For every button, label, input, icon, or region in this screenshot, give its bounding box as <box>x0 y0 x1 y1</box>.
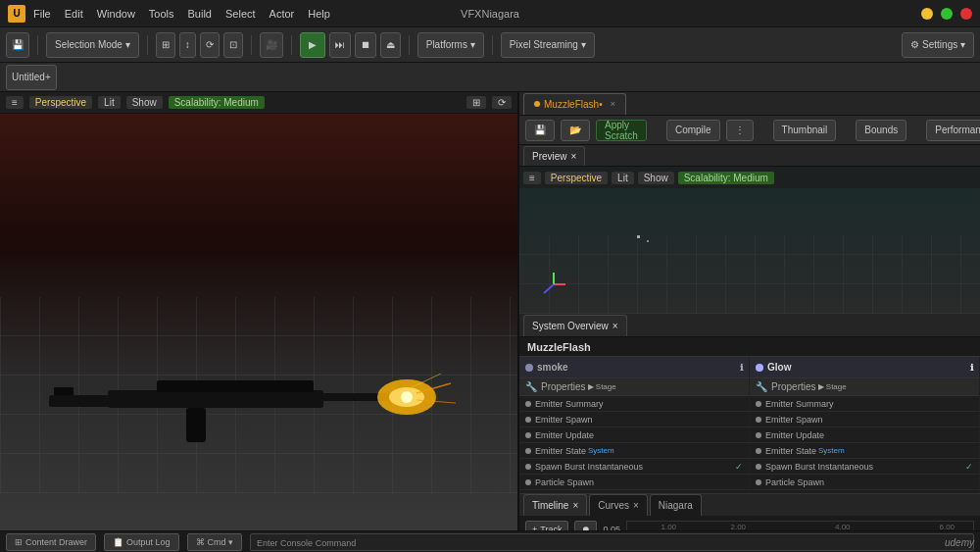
vp-snap-icon[interactable]: ⊞ <box>466 96 486 109</box>
vp-show[interactable]: Show <box>126 96 163 109</box>
system-tab-close[interactable]: × <box>612 321 618 331</box>
settings-button[interactable]: ⚙ Settings ▾ <box>902 32 974 58</box>
vp-scalability[interactable]: Scalability: Medium <box>169 96 265 109</box>
menu-tools[interactable]: Tools <box>149 8 174 20</box>
main-toolbar: 💾 Selection Mode ▾ ⊞ ↕ ⟳ ⊡ 🎥 ▶ ⏭ ⏹ ⏏ Pla… <box>0 27 980 63</box>
preview-viewport[interactable]: ≡ Perspective Lit Show Scalability: Medi… <box>519 167 980 314</box>
glow-particle-spawn[interactable]: Particle Spawn <box>750 475 979 490</box>
glow-emitter-update[interactable]: Emitter Update <box>750 427 979 443</box>
cmd-icon: ⌘ <box>196 537 205 547</box>
menu-file[interactable]: File <box>33 8 51 20</box>
vp-toggle-icon[interactable]: ⟳ <box>492 96 512 109</box>
glow-emitter-spawn[interactable]: Emitter Spawn <box>750 412 979 427</box>
glow-header[interactable]: Glow ℹ <box>750 357 979 378</box>
camera-button[interactable]: 🎥 <box>260 32 283 58</box>
smoke-emitter-spawn[interactable]: Emitter Spawn <box>519 412 749 427</box>
timeline-close[interactable]: × <box>572 500 578 511</box>
cmd-button[interactable]: ⌘ Cmd ▾ <box>187 533 243 551</box>
svg-point-8 <box>401 391 413 403</box>
glow-emitter-state[interactable]: Emitter State System <box>750 443 979 459</box>
viewport-content[interactable] <box>0 114 517 552</box>
output-log-label: Output Log <box>126 537 171 547</box>
stop-button[interactable]: ⏹ <box>355 32 376 58</box>
svg-line-14 <box>544 284 554 293</box>
minimize-button[interactable] <box>921 8 933 20</box>
step-button[interactable]: ⏭ <box>329 32 351 58</box>
output-log-icon: 📋 <box>113 537 123 547</box>
menu-window[interactable]: Window <box>97 8 135 20</box>
vp-hamburger[interactable]: ≡ <box>6 96 24 109</box>
transform3-button[interactable]: ⟳ <box>200 32 220 58</box>
transform2-button[interactable]: ↕ <box>179 32 196 58</box>
smoke-header[interactable]: smoke ℹ <box>519 357 749 378</box>
menu-edit[interactable]: Edit <box>65 8 83 20</box>
pv-hamburger[interactable]: ≡ <box>523 172 541 184</box>
transform-button[interactable]: ⊞ <box>156 32 175 58</box>
particle-dot-1 <box>637 235 640 238</box>
console-input[interactable]: Enter Console Command <box>250 533 974 551</box>
save-icon-button[interactable]: 💾 <box>525 120 555 141</box>
pv-show[interactable]: Show <box>638 172 674 184</box>
play-button[interactable]: ▶ <box>300 32 325 58</box>
timeline-tab[interactable]: Timeline × <box>523 494 587 516</box>
preview-tab-close[interactable]: × <box>571 151 577 162</box>
output-log-button[interactable]: 📋 Output Log <box>104 533 179 551</box>
system-overview-tab[interactable]: System Overview × <box>523 315 627 336</box>
udemy-watermark: udemy <box>945 537 974 548</box>
glow-emitter-summary[interactable]: Emitter Summary <box>750 396 979 412</box>
glow-props-header[interactable]: 🔧Properties ▶ Stage <box>750 378 979 396</box>
content-drawer-button[interactable]: ⊞ Content Drawer <box>6 533 96 551</box>
close-button[interactable] <box>960 8 972 20</box>
smoke-spawn-burst[interactable]: Spawn Burst Instantaneous ✓ <box>519 459 749 475</box>
menu-help[interactable]: Help <box>308 8 330 20</box>
svg-rect-3 <box>54 387 74 395</box>
curves-close[interactable]: × <box>633 500 639 511</box>
pv-perspective[interactable]: Perspective <box>545 172 608 184</box>
thumbnail-button[interactable]: Thumbnail <box>773 120 837 141</box>
smoke-emitter-summary[interactable]: Emitter Summary <box>519 396 749 412</box>
smoke-emitter-state[interactable]: Emitter State System <box>519 443 749 459</box>
smoke-props-header[interactable]: 🔧Properties ▶ Stage <box>519 378 749 396</box>
glow-stage: ▶ Stage <box>818 382 847 391</box>
glow-spawn-burst[interactable]: Spawn Burst Instantaneous ✓ <box>750 459 979 475</box>
platforms-button[interactable]: Platforms ▾ <box>417 32 484 58</box>
menu-select[interactable]: Select <box>225 8 256 20</box>
compile-button[interactable]: Compile <box>666 120 720 141</box>
compile-options-button[interactable]: ⋮ <box>726 120 754 141</box>
system-name: MuzzleFlash <box>527 341 591 353</box>
glow-info-icon[interactable]: ℹ <box>970 363 973 373</box>
smoke-info-icon[interactable]: ℹ <box>740 363 743 373</box>
niagara-tab-close[interactable]: × <box>611 99 615 109</box>
selection-mode-button[interactable]: Selection Mode ▾ <box>46 32 139 58</box>
niagara-bottom-tab[interactable]: Niagara <box>650 494 702 516</box>
preview-tab[interactable]: Preview × <box>523 146 585 166</box>
transform4-button[interactable]: ⊡ <box>223 32 243 58</box>
apply-scratch-button[interactable]: Apply Scratch <box>596 120 647 141</box>
maximize-button[interactable] <box>941 8 953 20</box>
performance-button[interactable]: Performance <box>926 120 980 141</box>
tab-label[interactable]: Untitled+ <box>6 65 57 90</box>
vp-lit[interactable]: Lit <box>98 96 121 109</box>
curves-tab[interactable]: Curves × <box>589 494 648 516</box>
smoke-label: smoke <box>537 362 568 373</box>
menu-bar: File Edit Window Tools Build Select Acto… <box>33 8 330 20</box>
eject-button[interactable]: ⏏ <box>380 32 401 58</box>
menu-build[interactable]: Build <box>188 8 212 20</box>
viewport-toolbar: ≡ Perspective Lit Show Scalability: Medi… <box>0 92 517 114</box>
vp-perspective[interactable]: Perspective <box>29 96 92 109</box>
niagara-bottom-label: Niagara <box>659 500 693 511</box>
right-panel: MuzzleFlash• × 💾 📂 Apply Scratch Compile… <box>519 92 980 552</box>
title-bar: U File Edit Window Tools Build Select Ac… <box>0 0 980 27</box>
system-overview-label: System Overview <box>532 321 609 331</box>
browse-icon-button[interactable]: 📂 <box>561 120 590 141</box>
smoke-emitter-update[interactable]: Emitter Update <box>519 427 749 443</box>
niagara-tab-muzzleflash[interactable]: MuzzleFlash• × <box>523 93 626 115</box>
smoke-particle-spawn[interactable]: Particle Spawn <box>519 475 749 490</box>
main-content: ≡ Perspective Lit Show Scalability: Medi… <box>0 92 980 552</box>
pixel-streaming-button[interactable]: Pixel Streaming ▾ <box>501 32 595 58</box>
pv-lit[interactable]: Lit <box>612 172 634 184</box>
pv-scalability[interactable]: Scalability: Medium <box>678 172 774 184</box>
bounds-button[interactable]: Bounds <box>856 120 906 141</box>
menu-actor[interactable]: Actor <box>270 8 295 20</box>
save-button[interactable]: 💾 <box>6 32 29 58</box>
